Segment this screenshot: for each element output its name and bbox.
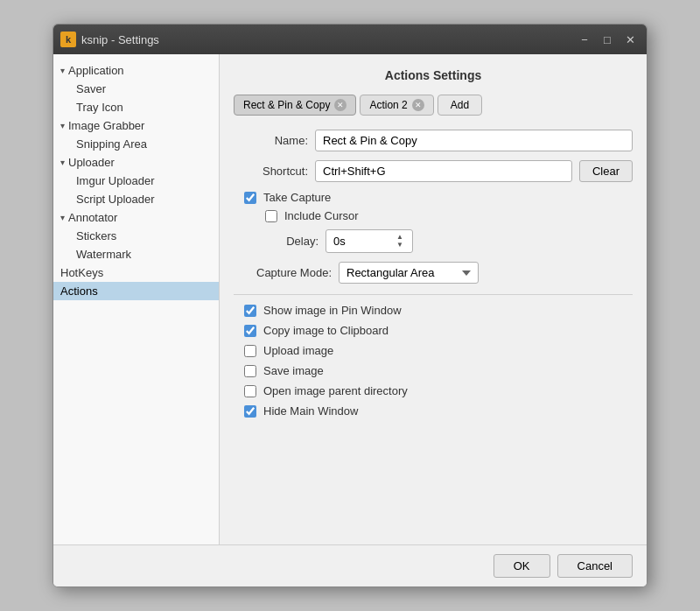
- sidebar-item-imgur-uploader[interactable]: Imgur Uploader: [53, 172, 219, 190]
- sidebar-item-label: Stickers: [76, 229, 116, 242]
- take-capture-label[interactable]: Take Capture: [263, 191, 331, 204]
- sidebar-item-image-grabber[interactable]: ▾ Image Grabber: [53, 116, 219, 135]
- tab-label: Action 2: [369, 99, 407, 111]
- sidebar-item-label: Watermark: [76, 248, 131, 261]
- include-cursor-checkbox[interactable]: [265, 210, 277, 222]
- show-pin-label[interactable]: Show image in Pin Window: [263, 304, 402, 317]
- sidebar-item-uploader[interactable]: ▾ Uploader: [53, 153, 219, 172]
- tab-close-icon[interactable]: ✕: [334, 99, 346, 111]
- tabs-row: Rect & Pin & Copy ✕ Action 2 ✕ Add: [234, 95, 633, 116]
- upload-image-row: Upload image: [234, 344, 633, 357]
- titlebar: k ksnip - Settings − □ ✕: [53, 25, 647, 54]
- sidebar-item-label: Annotator: [68, 211, 117, 224]
- sidebar-item-label: Uploader: [68, 156, 115, 169]
- upload-image-label[interactable]: Upload image: [263, 344, 333, 357]
- spinbox-up-icon[interactable]: ▲: [395, 234, 405, 241]
- tab-rect-pin-copy[interactable]: Rect & Pin & Copy ✕: [234, 95, 356, 116]
- upload-image-checkbox[interactable]: [244, 345, 256, 357]
- tab-action2[interactable]: Action 2 ✕: [360, 95, 433, 116]
- divider: [234, 294, 633, 295]
- copy-clipboard-label[interactable]: Copy image to Clipboard: [263, 324, 388, 337]
- sidebar-item-label: Image Grabber: [68, 119, 144, 132]
- open-parent-label[interactable]: Open image parent directory: [263, 384, 408, 397]
- name-row: Name:: [234, 130, 633, 151]
- name-input[interactable]: [315, 130, 633, 151]
- sidebar-item-label: Application: [68, 64, 124, 77]
- delay-spinbox[interactable]: ▲ ▼: [326, 229, 413, 253]
- titlebar-controls: − □ ✕: [575, 30, 640, 49]
- arrow-icon: ▾: [60, 158, 65, 167]
- settings-window: k ksnip - Settings − □ ✕ ▾ Application S…: [52, 24, 648, 587]
- sidebar-item-stickers[interactable]: Stickers: [53, 227, 219, 245]
- include-cursor-label[interactable]: Include Cursor: [284, 209, 359, 222]
- panel-title: Actions Settings: [234, 68, 633, 82]
- name-label: Name:: [234, 134, 308, 147]
- sidebar-item-label: Tray Icon: [76, 101, 123, 114]
- sidebar-item-saver[interactable]: Saver: [53, 80, 219, 98]
- sidebar-item-label: Actions: [60, 284, 98, 298]
- app-logo: k: [60, 32, 76, 47]
- copy-clipboard-row: Copy image to Clipboard: [234, 324, 633, 337]
- sidebar-item-annotator[interactable]: ▾ Annotator: [53, 208, 219, 227]
- save-image-row: Save image: [234, 364, 633, 377]
- hide-main-row: Hide Main Window: [234, 404, 633, 418]
- footer: OK Cancel: [53, 544, 647, 586]
- include-cursor-row: Include Cursor: [234, 209, 633, 222]
- shortcut-row: Shortcut: Clear: [234, 160, 633, 182]
- content-area: ▾ Application Saver Tray Icon ▾ Image Gr…: [53, 54, 647, 544]
- main-panel: Actions Settings Rect & Pin & Copy ✕ Act…: [220, 54, 647, 544]
- sidebar-item-watermark[interactable]: Watermark: [53, 245, 219, 263]
- sidebar-item-label: Snipping Area: [76, 137, 147, 151]
- capture-mode-row: Capture Mode: Rectangular Area Full Scre…: [234, 262, 633, 284]
- shortcut-input[interactable]: [315, 160, 572, 182]
- sidebar: ▾ Application Saver Tray Icon ▾ Image Gr…: [53, 54, 220, 544]
- close-button[interactable]: ✕: [620, 30, 640, 49]
- sidebar-item-script-uploader[interactable]: Script Uploader: [53, 190, 219, 208]
- cancel-button[interactable]: Cancel: [557, 554, 633, 578]
- sidebar-item-tray-icon[interactable]: Tray Icon: [53, 98, 219, 116]
- minimize-button[interactable]: −: [575, 30, 594, 49]
- capture-mode-select[interactable]: Rectangular Area Full Screen Active Wind…: [339, 262, 479, 284]
- shortcut-label: Shortcut:: [234, 165, 308, 178]
- delay-label: Delay:: [244, 235, 318, 248]
- sidebar-item-label: Saver: [76, 82, 106, 95]
- titlebar-left: k ksnip - Settings: [60, 32, 159, 47]
- save-image-checkbox[interactable]: [244, 365, 256, 377]
- delay-input[interactable]: [333, 235, 386, 248]
- delay-row: Delay: ▲ ▼: [234, 229, 633, 253]
- sidebar-item-label: Script Uploader: [76, 193, 155, 206]
- arrow-icon: ▾: [60, 213, 65, 222]
- take-capture-row: Take Capture: [234, 191, 633, 204]
- save-image-label[interactable]: Save image: [263, 364, 324, 377]
- spinbox-down-icon[interactable]: ▼: [395, 242, 405, 249]
- sidebar-item-snipping-area[interactable]: Snipping Area: [53, 135, 219, 153]
- copy-clipboard-checkbox[interactable]: [244, 325, 256, 337]
- hide-main-label[interactable]: Hide Main Window: [263, 404, 358, 418]
- window-title: ksnip - Settings: [81, 33, 159, 46]
- tab-close-icon[interactable]: ✕: [412, 99, 424, 111]
- sidebar-item-label: Imgur Uploader: [76, 174, 155, 187]
- arrow-icon: ▾: [60, 121, 65, 130]
- add-tab-button[interactable]: Add: [438, 95, 482, 116]
- open-parent-checkbox[interactable]: [244, 385, 256, 397]
- show-pin-checkbox[interactable]: [244, 305, 256, 317]
- hide-main-checkbox[interactable]: [244, 405, 256, 418]
- sidebar-item-actions[interactable]: Actions: [53, 282, 219, 300]
- open-parent-row: Open image parent directory: [234, 384, 633, 397]
- sidebar-item-application[interactable]: ▾ Application: [53, 61, 219, 80]
- arrow-icon: ▾: [60, 66, 65, 75]
- tab-label: Rect & Pin & Copy: [243, 99, 330, 111]
- show-pin-row: Show image in Pin Window: [234, 304, 633, 317]
- take-capture-checkbox[interactable]: [244, 192, 256, 204]
- spinbox-arrows: ▲ ▼: [395, 234, 405, 249]
- maximize-button[interactable]: □: [598, 30, 617, 49]
- clear-button[interactable]: Clear: [579, 160, 633, 182]
- sidebar-item-hotkeys[interactable]: HotKeys: [53, 263, 219, 282]
- capture-mode-label: Capture Mode:: [244, 266, 332, 279]
- ok-button[interactable]: OK: [494, 554, 550, 578]
- sidebar-item-label: HotKeys: [60, 266, 103, 279]
